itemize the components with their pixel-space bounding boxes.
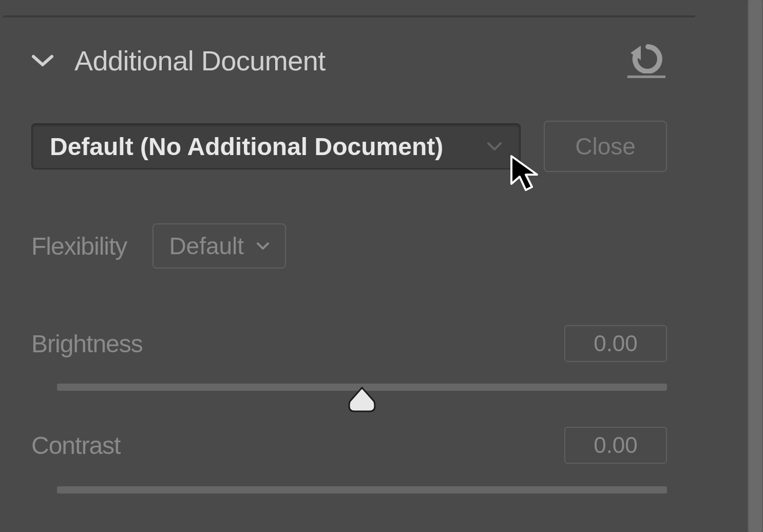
chevron-down-icon bbox=[31, 53, 54, 68]
flexibility-label: Flexibility bbox=[31, 232, 127, 260]
reset-section-button[interactable] bbox=[626, 41, 667, 80]
collapse-section-toggle[interactable] bbox=[31, 53, 54, 68]
brightness-slider-thumb[interactable] bbox=[348, 386, 376, 413]
flexibility-dropdown[interactable]: Default bbox=[152, 223, 286, 269]
vertical-scrollbar[interactable] bbox=[748, 0, 763, 532]
brightness-control: Brightness 0.00 bbox=[31, 325, 667, 391]
section-header: Additional Document bbox=[31, 41, 667, 80]
contrast-slider-track[interactable] bbox=[57, 486, 667, 493]
contrast-value-input[interactable]: 0.00 bbox=[564, 427, 667, 464]
scrollbar-thumb[interactable] bbox=[749, 0, 762, 532]
flexibility-selected: Default bbox=[169, 232, 244, 260]
contrast-label: Contrast bbox=[31, 431, 120, 460]
additional-document-selected: Default (No Additional Document) bbox=[50, 132, 443, 161]
contrast-control: Contrast 0.00 bbox=[31, 427, 667, 493]
chevron-down-icon bbox=[256, 241, 270, 251]
additional-document-dropdown[interactable]: Default (No Additional Document) bbox=[31, 123, 521, 169]
close-button[interactable]: Close bbox=[544, 121, 667, 172]
section-title: Additional Document bbox=[74, 45, 326, 77]
brightness-label: Brightness bbox=[31, 330, 143, 358]
brightness-value-input[interactable]: 0.00 bbox=[564, 325, 667, 362]
chevron-down-icon bbox=[487, 141, 502, 151]
undo-reset-icon bbox=[627, 43, 665, 73]
slider-thumb-icon bbox=[348, 386, 376, 413]
